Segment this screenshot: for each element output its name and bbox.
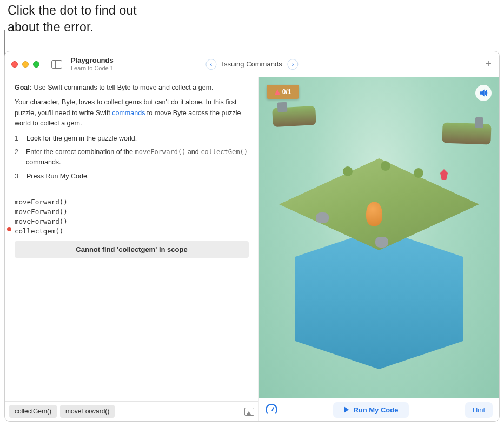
step-num: 3 <box>15 171 19 182</box>
callout-text: Click the dot to find out about the erro… <box>8 2 137 36</box>
goal-text: Use Swift commands to tell Byte to move … <box>32 84 214 91</box>
step-num: 2 <box>15 147 18 168</box>
floating-island <box>442 122 491 144</box>
page-title: Issuing Commands <box>222 60 282 68</box>
goal-line: Goal: Use Swift commands to tell Byte to… <box>15 83 249 93</box>
code-line[interactable]: moveForward() <box>15 207 249 217</box>
app-title: Playgrounds <box>71 57 114 64</box>
callout-line-1: Click the dot to find out <box>8 3 137 17</box>
editor-pane: Goal: Use Swift commands to tell Byte to… <box>5 77 259 421</box>
floating-island <box>272 106 316 127</box>
gem <box>440 169 448 180</box>
gem-counter-badge: 0/1 <box>267 85 299 99</box>
preview-pane: 0/1 Run My Code <box>259 77 499 421</box>
tree <box>343 166 353 176</box>
sound-button[interactable] <box>475 85 492 101</box>
speaker-icon <box>479 89 488 97</box>
goal-label: Goal: <box>15 84 32 91</box>
step-1: 1 Look for the gem in the puzzle world. <box>15 134 249 144</box>
divider <box>15 186 249 186</box>
byte-character <box>366 202 382 226</box>
intro-paragraph: Your character, Byte, loves to collect g… <box>15 97 249 129</box>
suggestion-moveforward[interactable]: moveForward() <box>60 405 115 418</box>
error-banner[interactable]: Cannot find 'collectgem' in scope <box>15 241 249 258</box>
steps-list: 1 Look for the gem in the puzzle world. … <box>15 134 249 182</box>
suggestion-collectgem[interactable]: collectGem() <box>9 405 57 418</box>
preview-toolbar: Run My Code Hint <box>259 398 499 421</box>
page-nav: ‹ Issuing Commands › <box>205 59 298 70</box>
rock <box>375 237 388 248</box>
suggestion-bar: collectGem() moveForward() <box>5 401 258 421</box>
tree <box>381 161 390 171</box>
game-scene[interactable]: 0/1 <box>259 77 499 398</box>
error-dot[interactable] <box>7 227 11 231</box>
app-subtitle: Learn to Code 1 <box>71 65 114 71</box>
next-page-button[interactable]: › <box>288 59 299 70</box>
step-text: Press Run My Code. <box>26 171 89 182</box>
add-button[interactable]: + <box>485 58 492 70</box>
minimize-button[interactable] <box>22 61 29 68</box>
code-editor[interactable]: moveForward() moveForward() moveForward(… <box>5 196 258 238</box>
step-3: 3 Press Run My Code. <box>15 171 249 182</box>
step-text: Look for the gem in the puzzle world. <box>26 134 137 144</box>
prev-page-button[interactable]: ‹ <box>205 59 216 70</box>
code-line[interactable]: moveForward() <box>15 197 249 207</box>
text-cursor <box>15 261 15 270</box>
code-line[interactable]: moveForward() <box>15 217 249 226</box>
content-area: Goal: Use Swift commands to tell Byte to… <box>5 77 499 421</box>
tree <box>414 168 423 178</box>
code-line[interactable]: collectgem() <box>15 226 249 236</box>
callout-line-2: about the error. <box>8 20 94 34</box>
image-icon[interactable] <box>244 408 254 416</box>
rock <box>316 212 329 223</box>
hint-button[interactable]: Hint <box>465 402 493 418</box>
commands-link[interactable]: commands <box>112 109 145 117</box>
maximize-button[interactable] <box>33 61 39 68</box>
app-window: Playgrounds Learn to Code 1 ‹ Issuing Co… <box>4 51 500 422</box>
window-controls <box>11 61 39 68</box>
run-button[interactable]: Run My Code <box>333 402 409 418</box>
step-2: 2 Enter the correct combination of the m… <box>15 147 249 168</box>
close-button[interactable] <box>11 61 18 68</box>
step-num: 1 <box>15 134 19 144</box>
title-stack: Playgrounds Learn to Code 1 <box>71 57 114 71</box>
sidebar-toggle-icon[interactable] <box>51 60 62 69</box>
speed-icon[interactable] <box>266 404 277 416</box>
run-label: Run My Code <box>353 406 398 414</box>
titlebar: Playgrounds Learn to Code 1 ‹ Issuing Co… <box>5 51 499 77</box>
instructions: Goal: Use Swift commands to tell Byte to… <box>5 77 258 196</box>
step-text: Enter the correct combination of the mov… <box>26 147 249 168</box>
gem-counter: 0/1 <box>282 88 291 96</box>
